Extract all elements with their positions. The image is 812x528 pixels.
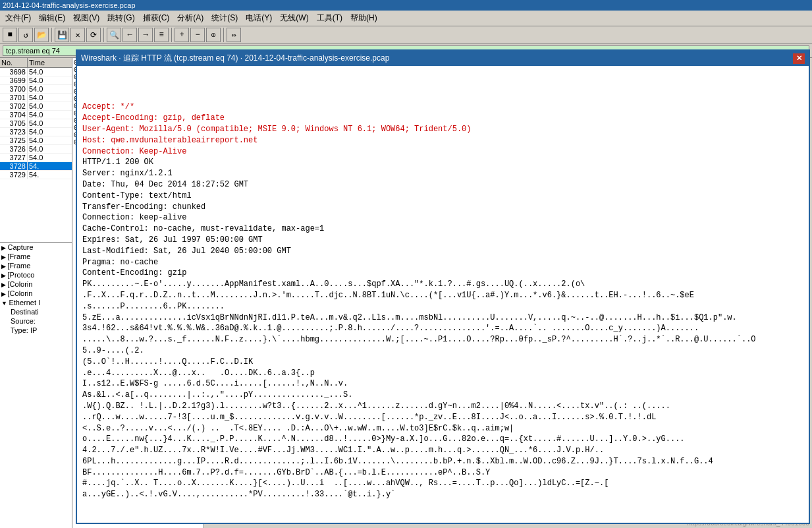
separator-4	[223, 28, 224, 42]
packet-list-header: No. Time	[0, 58, 72, 68]
dialog-line: As.&l..<.a[..q........|..:.,."....pY....…	[82, 390, 803, 401]
close-button[interactable]: ✕	[70, 28, 85, 42]
packet-time: 54.0	[28, 136, 70, 144]
packet-row[interactable]: 370154.0	[0, 94, 72, 102]
menu-item-f[interactable]: 文件(F)	[3, 12, 34, 24]
packet-row[interactable]: 370254.0	[0, 102, 72, 111]
menu-item-v[interactable]: 视图(V)	[70, 12, 102, 24]
dialog-line: .e...4.........X...@...x.. .O....DK..6..…	[82, 368, 803, 379]
dialog-line: Content-Type: text/html	[82, 191, 803, 202]
dialog-line: Accept-Encoding: gzip, deflate	[82, 113, 803, 124]
reload-button[interactable]: ⟳	[86, 28, 101, 42]
packet-row[interactable]: 372654.0	[0, 145, 72, 154]
menu-item-c[interactable]: 捕获(C)	[140, 12, 173, 24]
packet-row[interactable]: 369954.0	[0, 76, 72, 85]
dialog-title-bar: Wireshark · 追踪 HTTP 流 (tcp.stream eq 74)…	[77, 51, 809, 66]
packet-row[interactable]: 372354.0	[0, 128, 72, 136]
packet-rows: 369854.0369954.0370054.0370154.0370254.0…	[0, 68, 72, 179]
packet-no: 3728	[0, 162, 28, 170]
toolbar: ■ ↺ 📂 💾 ✕ ⟳ 🔍 ← → ≡ + − ⊙ ⇔	[0, 26, 812, 44]
packet-time: 54.	[28, 171, 70, 179]
dialog-line: .s......P........6..PK........	[82, 301, 803, 312]
tree-item-colorin[interactable]: [Colorin	[0, 289, 72, 298]
packet-time: 54.0	[28, 111, 70, 119]
dialog-line: .F..X...F.q.r..D.Z..n..t...M........J.n.…	[82, 290, 803, 301]
packet-row[interactable]: 370454.0	[0, 111, 72, 119]
dialog-line: .W{).Q.BZ.. !.L.|..D.2.1?g3).l........w?…	[82, 401, 803, 412]
dialog-line: Host: qwe.mvdunalterableairreport.net	[82, 135, 803, 146]
packet-row[interactable]: 372954.	[0, 171, 72, 179]
packet-time: 54.0	[28, 128, 70, 136]
dialog-line: 3s4.!62...s&64!vt.%.%.%.W&..36aD@.%.k..1…	[82, 323, 803, 334]
packet-no: 3729	[0, 171, 28, 179]
packet-no: 3723	[0, 128, 28, 136]
zoom-out-button[interactable]: −	[190, 28, 205, 42]
packet-time: 54.0	[28, 68, 70, 76]
packet-no: 3725	[0, 136, 28, 144]
menu-item-h[interactable]: 帮助(H)	[348, 12, 380, 24]
dialog-line: 5..9-....(.2.	[82, 345, 803, 357]
packet-no: 3701	[0, 94, 28, 102]
menu-item-g[interactable]: 跳转(G)	[105, 12, 137, 24]
dialog-line: Server: nginx/1.2.1	[82, 168, 803, 179]
dialog-line: 5.zE...a..............icVsx1qBrNNdnNjRI.…	[82, 312, 803, 324]
menu-item-a[interactable]: 分析(A)	[175, 12, 206, 24]
dialog-line: <..S.e..?.....v...<.../(.) .. .T<.8EY...…	[82, 423, 803, 434]
col-time-header: Time	[28, 58, 70, 67]
dialog-line: Connection: keep-alive	[82, 212, 803, 223]
packet-list-pane: No. Time 369854.0369954.0370054.0370154.…	[0, 58, 72, 243]
back-button[interactable]: ←	[122, 28, 137, 42]
resize-button[interactable]: ⇔	[227, 28, 241, 42]
menu-item-y[interactable]: 电话(Y)	[243, 12, 275, 24]
menu-item-e[interactable]: 编辑(E)	[36, 12, 68, 24]
restart-button[interactable]: ↺	[18, 28, 33, 42]
packet-no: 3705	[0, 119, 28, 127]
menu-item-w[interactable]: 无线(W)	[277, 12, 311, 24]
tree-item-frame[interactable]: [Frame	[0, 261, 72, 270]
dialog-line: Accept: */*	[82, 102, 803, 113]
tree-item-etherneti[interactable]: Ethernet I	[0, 298, 72, 307]
dialog-line: .....\..8...w.?...s._f......N.F..z....}.…	[82, 334, 803, 345]
packet-no: 3727	[0, 154, 28, 161]
forward-button[interactable]: →	[138, 28, 153, 42]
packet-row[interactable]: 370054.0	[0, 85, 72, 94]
find-button[interactable]: 🔍	[107, 28, 121, 42]
window-title: 2014-12-04-traffic-analysis-exercise.pca…	[3, 1, 136, 9]
zoom-normal-button[interactable]: ⊙	[206, 28, 221, 42]
dialog-line: ..rQ...w....w.....7-!3[....u.m_$........…	[82, 412, 803, 423]
packet-row[interactable]: 372754.0	[0, 154, 72, 162]
packet-row[interactable]: 369854.0	[0, 68, 72, 76]
packet-no: 3726	[0, 145, 28, 153]
dialog-line: Expires: Sat, 26 Jul 1997 05:00:00 GMT	[82, 235, 803, 246]
left-panels: No. Time 369854.0369954.0370054.0370154.…	[0, 58, 72, 528]
dialog-close-button[interactable]: ✕	[793, 53, 805, 64]
menu-bar: 文件(F)编辑(E)视图(V)跳转(G)捕获(C)分析(A)统计(S)电话(Y)…	[0, 11, 812, 26]
tree-item-typeip[interactable]: Type: IP	[0, 326, 72, 335]
save-button[interactable]: 💾	[55, 28, 69, 42]
dialog-line: Transfer-Encoding: chunked	[82, 202, 803, 213]
tree-item-protoco[interactable]: [Protoco	[0, 270, 72, 279]
tree-item-destinati[interactable]: Destinati	[0, 307, 72, 316]
col-no-header: No.	[0, 58, 28, 67]
tree-item-colorin[interactable]: [Colorin	[0, 279, 72, 289]
packet-time: 54.0	[28, 102, 70, 110]
tree-item-capture[interactable]: Capture	[0, 243, 72, 252]
stop-button[interactable]: ■	[3, 28, 17, 42]
zoom-in-button[interactable]: +	[175, 28, 189, 42]
packet-row[interactable]: 370554.0	[0, 119, 72, 128]
dialog-line: #....jq.`..X.. T....o..X.......K....}[<.…	[82, 478, 803, 489]
open-button[interactable]: 📂	[34, 28, 49, 42]
goto-button[interactable]: ≡	[154, 28, 169, 42]
tree-item-source[interactable]: Source:	[0, 316, 72, 326]
menu-item-t[interactable]: 工具(T)	[314, 12, 345, 24]
separator-1	[51, 28, 52, 42]
tree-item-frame[interactable]: [Frame	[0, 252, 72, 261]
packet-time: 54.0	[28, 85, 70, 93]
dialog-line: I..s12..E.W$FS-g .....6.d.5C....i.....[.…	[82, 378, 803, 390]
dialog-line: User-Agent: Mozilla/5.0 (compatible; MSI…	[82, 124, 803, 135]
dialog-title: Wireshark · 追踪 HTTP 流 (tcp.stream eq 74)…	[81, 53, 389, 64]
menu-item-s[interactable]: 统计(S)	[209, 12, 240, 24]
packet-row[interactable]: 372554.0	[0, 136, 72, 145]
packet-row[interactable]: 372854.	[0, 162, 72, 171]
dialog-content: Accept: */*Accept-Encoding: gzip, deflat…	[77, 66, 809, 523]
